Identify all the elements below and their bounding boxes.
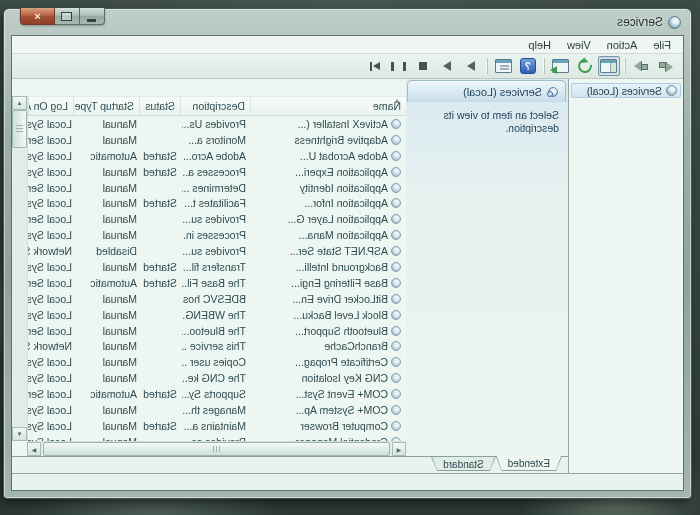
column-header-description[interactable]: Description: [180, 97, 250, 115]
service-name-text: BranchCache: [324, 340, 388, 352]
service-name-text: Adobe Acrobat U...: [300, 150, 388, 162]
service-row[interactable]: Application Mana...Processes in...Manual…: [28, 227, 406, 243]
service-row[interactable]: Application Infor...Facilitates t...Star…: [28, 195, 406, 211]
cell-name: COM+ Event Syst...: [251, 388, 406, 400]
service-name-text: Bluetooth Support...: [295, 325, 388, 337]
desktop: Services × FileActionViewHelp Services (…: [0, 0, 700, 515]
service-name-text: Application Identity: [300, 182, 388, 194]
cell-name: Base Filtering Engi...: [251, 277, 406, 289]
service-name-text: Base Filtering Engi...: [291, 277, 388, 289]
pause-service-button[interactable]: [388, 56, 410, 76]
list-view: NameDescriptionStatusStartup TypeLog On …: [12, 96, 406, 441]
cell-log-on-as: Local Syste...: [28, 404, 77, 416]
horizontal-scroll-track[interactable]: [41, 442, 392, 456]
cell-description: Facilitates t...: [182, 197, 251, 209]
service-row[interactable]: Credential ManagerProvides se...ManualLo…: [28, 434, 406, 441]
horizontal-scroll-thumb[interactable]: [43, 442, 390, 456]
close-button[interactable]: ×: [20, 8, 55, 25]
properties-button[interactable]: [493, 56, 515, 76]
service-row[interactable]: Adaptive BrightnessMonitors a...ManualLo…: [28, 132, 406, 148]
service-row[interactable]: Background Intelli...Transfers fil...Sta…: [28, 259, 406, 275]
service-row[interactable]: Base Filtering Engi...The Base Fil...Sta…: [28, 275, 406, 291]
service-row[interactable]: Application IdentityDetermines ...Manual…: [28, 180, 406, 196]
service-row[interactable]: ActiveX Installer (...Provides Us...Manu…: [28, 116, 406, 132]
cell-status: Started: [142, 197, 182, 209]
vertical-scrollbar[interactable]: ▲ ▼: [12, 96, 28, 441]
cell-log-on-as: Local Service: [28, 388, 77, 400]
help-button[interactable]: [517, 56, 539, 76]
cell-name: Background Intelli...: [251, 261, 406, 273]
start-service-button[interactable]: [460, 56, 482, 76]
service-row[interactable]: Bluetooth Support...The Bluetoo...Manual…: [28, 323, 406, 339]
cell-startup-type: Automatic: [77, 150, 142, 162]
service-row[interactable]: Computer BrowserMaintains a...StartedMan…: [28, 418, 406, 434]
cell-status: Started: [142, 150, 182, 162]
resume-service-button[interactable]: [436, 56, 458, 76]
window-controls: ×: [20, 8, 104, 25]
menu-view[interactable]: View: [559, 38, 599, 52]
column-header-label: Startup Type: [75, 100, 134, 112]
cell-status: Started: [142, 261, 182, 273]
service-row[interactable]: CNG Key IsolationThe CNG ke...ManualLoca…: [28, 370, 406, 386]
tab-standard[interactable]: Standard: [431, 457, 496, 471]
horizontal-scrollbar[interactable]: ◀ ▶: [27, 441, 406, 456]
minimize-button[interactable]: [79, 8, 105, 25]
cell-status: Started: [142, 277, 182, 289]
menu-help[interactable]: Help: [520, 38, 559, 52]
column-header-name[interactable]: Name: [250, 97, 406, 115]
vertical-scroll-thumb[interactable]: [12, 110, 27, 148]
service-gear-icon: [391, 135, 401, 145]
tree-item-services-local[interactable]: Services (Local): [571, 83, 681, 98]
console-tree-panel[interactable]: Services (Local): [568, 79, 683, 473]
scroll-up-button[interactable]: ▲: [12, 96, 27, 110]
cell-log-on-as: Local Service: [28, 134, 77, 146]
menu-action[interactable]: Action: [599, 38, 646, 52]
maximize-button[interactable]: [54, 8, 80, 25]
minimize-icon: [88, 19, 97, 22]
scroll-down-button[interactable]: ▼: [12, 427, 27, 441]
mmc-client-area: FileActionViewHelp Services (Local) Serv…: [11, 35, 684, 491]
cell-name: Computer Browser: [251, 420, 406, 432]
scroll-left-button[interactable]: ◀: [392, 442, 406, 456]
column-header-startup-type[interactable]: Startup Type: [73, 97, 139, 115]
column-header-log-on-as[interactable]: Log On As: [28, 97, 73, 115]
service-row[interactable]: Block Level Backu...The WBENG...ManualLo…: [28, 307, 406, 323]
tab-extended[interactable]: Extended: [496, 456, 562, 471]
service-row[interactable]: ASP.NET State Ser...Provides su...Disabl…: [28, 243, 406, 259]
scroll-right-button[interactable]: ▶: [27, 442, 41, 456]
column-header-status[interactable]: Status: [139, 97, 180, 115]
cell-status: Started: [142, 420, 182, 432]
service-row[interactable]: BranchCacheThis service ...ManualNetwork…: [28, 338, 406, 354]
title-bar[interactable]: Services ×: [4, 9, 691, 35]
service-row[interactable]: Certificate Propag...Copies user ...Manu…: [28, 354, 406, 370]
cell-startup-type: Manual: [77, 420, 142, 432]
cell-log-on-as: Local Syste...: [28, 229, 77, 241]
menu-file[interactable]: File: [645, 38, 679, 52]
service-row[interactable]: Application Experi...Processes a...Start…: [28, 164, 406, 180]
stop-service-button[interactable]: [412, 56, 434, 76]
vertical-scroll-track[interactable]: [12, 148, 27, 427]
service-list-pane: NameDescriptionStatusStartup TypeLog On …: [12, 79, 406, 456]
service-row[interactable]: COM+ Event Syst...Supports Sy...StartedA…: [28, 386, 406, 402]
service-name-text: BitLocker Drive En...: [292, 293, 388, 305]
middle-pane-body: Services (Local) Select an item to view …: [12, 79, 568, 456]
service-name-text: Background Intelli...: [296, 261, 388, 273]
service-name-text: COM+ System Ap...: [296, 404, 389, 416]
export-list-button[interactable]: [550, 56, 572, 76]
forward-button[interactable]: [631, 56, 653, 76]
refresh-button[interactable]: [574, 56, 596, 76]
back-button[interactable]: [655, 56, 677, 76]
restart-service-button[interactable]: [364, 56, 386, 76]
show-hide-console-tree-button[interactable]: [598, 56, 620, 76]
service-row[interactable]: COM+ System Ap...Manages th...ManualLoca…: [28, 402, 406, 418]
service-row[interactable]: Adobe Acrobat U...Adobe Acro...StartedAu…: [28, 148, 406, 164]
cell-description: The Bluetoo...: [182, 325, 251, 337]
cell-log-on-as: Local Syste...: [28, 356, 77, 368]
cell-description: The CNG ke...: [182, 372, 251, 384]
cell-log-on-as: Local Syste...: [28, 293, 77, 305]
service-row[interactable]: BitLocker Drive En...BDESVC hos...Manual…: [28, 291, 406, 307]
cell-startup-type: Manual: [77, 325, 142, 337]
service-name-text: Block Level Backu...: [293, 309, 388, 321]
close-icon: ×: [34, 11, 40, 22]
service-row[interactable]: Application Layer G...Provides su...Manu…: [28, 211, 406, 227]
